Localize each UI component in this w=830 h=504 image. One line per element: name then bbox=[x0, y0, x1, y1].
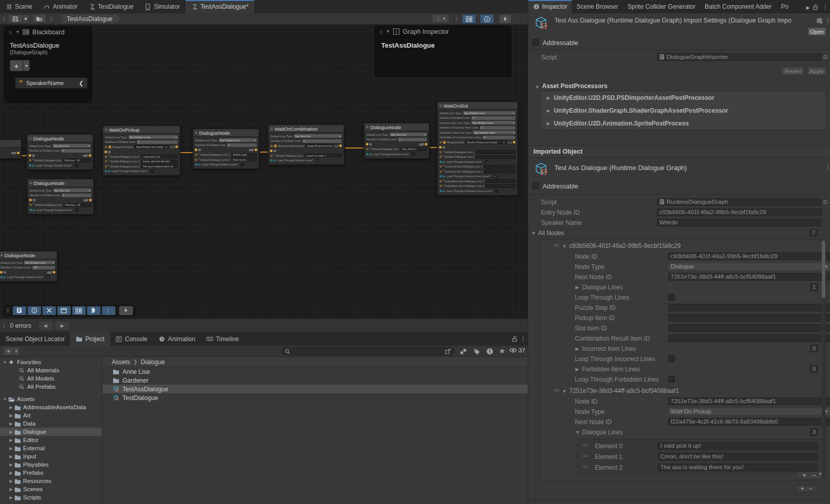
checkbox[interactable] bbox=[668, 376, 675, 383]
input-port[interactable]: in bbox=[29, 154, 35, 157]
graph-options-button[interactable]: ⋮ ▾ bbox=[432, 14, 449, 23]
graph-inspector-panel[interactable]: ≡ ▼ Graph Inspector TestAssDialogue bbox=[375, 26, 511, 77]
hidden-packages-icon[interactable] bbox=[486, 347, 494, 355]
script-field[interactable]: RuntimeDialogueGraph bbox=[657, 198, 822, 206]
output-port[interactable]: out bbox=[170, 145, 178, 149]
checkbox[interactable] bbox=[412, 153, 415, 156]
node-object-field[interactable]: Bonfire (Pickup Item Data)⊙ bbox=[466, 140, 506, 144]
node-text-field[interactable]: I said pick it up! bbox=[141, 155, 178, 158]
scrollbar-thumb[interactable] bbox=[822, 241, 825, 298]
graph-node-dialoguenode[interactable]: ≡DialogueNode Default Line TypeSay Multi… bbox=[193, 129, 259, 169]
port-icon[interactable] bbox=[440, 180, 442, 182]
speaker-name-field[interactable]: Weirdo bbox=[657, 219, 822, 226]
graph-inspector-toggle-button[interactable] bbox=[480, 14, 494, 24]
node-text-field[interactable]: Nice, that's it bbox=[400, 148, 427, 151]
dropdown-field[interactable]: Wait On Pickup▾ bbox=[668, 408, 830, 415]
script-field[interactable]: DialogueGraphImporter bbox=[657, 53, 822, 61]
port-icon[interactable] bbox=[440, 185, 442, 187]
blackboard-toggle-button[interactable] bbox=[462, 14, 476, 24]
port-icon[interactable] bbox=[105, 146, 107, 148]
array-size-field[interactable]: 0 bbox=[810, 365, 818, 373]
array-size-field[interactable]: 3 bbox=[810, 428, 818, 436]
element-text-field[interactable]: Cmon, don't be like this! bbox=[658, 453, 818, 460]
favorite-search-icon[interactable]: ★ bbox=[498, 347, 506, 355]
foldout-arrow-icon[interactable]: ▼ bbox=[562, 389, 567, 394]
save-button[interactable] bbox=[8, 14, 23, 23]
element-text-field[interactable]: The ass is waiting there for you! bbox=[658, 464, 818, 471]
checkbox[interactable] bbox=[668, 294, 675, 301]
foldout-arrow-icon[interactable]: ▶ bbox=[547, 108, 550, 113]
graph-node-startnode[interactable]: ≡StartNode SpeakerNameout bbox=[0, 139, 22, 159]
input-port[interactable]: in bbox=[270, 149, 276, 153]
node-enum-field[interactable]: 2 bbox=[480, 126, 515, 130]
graph-edge[interactable] bbox=[345, 148, 364, 149]
array-size-field[interactable]: 1 bbox=[810, 283, 818, 291]
breadcrumb[interactable]: TestAssDialogue bbox=[61, 14, 120, 24]
port-icon[interactable] bbox=[440, 175, 442, 177]
save-dropdown-button[interactable]: ▾ bbox=[23, 14, 29, 23]
port-icon[interactable] bbox=[1, 276, 3, 278]
port-icon[interactable] bbox=[366, 153, 368, 155]
foldout-arrow-icon[interactable]: ▶ bbox=[8, 463, 14, 467]
kebab-menu-icon[interactable]: ⋮ bbox=[821, 3, 829, 11]
postprocessor-item[interactable]: ▶UnityEditor.U2D.PSD.PSDImporterAssetPos… bbox=[541, 91, 825, 104]
port-icon[interactable] bbox=[366, 148, 368, 150]
node-enum-field[interactable]: Say One Line▾ bbox=[390, 133, 427, 136]
node-text-field[interactable]: Post boy... W bbox=[63, 159, 91, 162]
input-port[interactable]: in bbox=[29, 198, 35, 202]
addressable-checkbox[interactable] bbox=[532, 182, 539, 189]
checkbox[interactable]: ✓ bbox=[494, 175, 497, 178]
port-icon[interactable] bbox=[195, 154, 197, 156]
node-text-field[interactable]: Cmon, don't be like this! bbox=[141, 160, 178, 163]
checkbox[interactable] bbox=[668, 355, 675, 362]
drag-handle-icon[interactable]: == bbox=[554, 388, 559, 393]
graph-canvas[interactable]: ≡ ▼ Blackboard TestAssDialogue (Dialogue… bbox=[0, 25, 528, 319]
graph-node-dialoguenode[interactable]: ≡DialogueNode Default Line TypeSay One L… bbox=[364, 123, 429, 159]
toolbar-grip[interactable]: ‖ bbox=[3, 323, 6, 329]
window-tab-scene-object-locator[interactable]: Scene Object Locator bbox=[0, 332, 70, 346]
tree-item-scenes[interactable]: ▶Scenes bbox=[0, 485, 102, 493]
output-port[interactable]: out bbox=[84, 198, 92, 202]
output-port[interactable]: out bbox=[334, 144, 342, 148]
foldout-arrow-icon[interactable]: ▶ bbox=[8, 487, 14, 492]
node-text-field[interactable]: I need my meat :) bbox=[304, 154, 342, 157]
node-enum-field[interactable]: 2 bbox=[227, 143, 257, 147]
open-button[interactable]: Open bbox=[807, 27, 826, 36]
lock-icon[interactable] bbox=[510, 335, 518, 343]
foldout-arrow-icon[interactable]: ▶ bbox=[8, 430, 14, 434]
project-search[interactable] bbox=[281, 347, 455, 355]
checkbox[interactable]: ✓ bbox=[46, 276, 49, 279]
port-icon[interactable] bbox=[271, 145, 273, 147]
editor-tab-scene[interactable]: Scene bbox=[0, 0, 38, 13]
drag-handle-icon[interactable]: == bbox=[583, 453, 588, 459]
node-enum-field[interactable]: 1 bbox=[61, 194, 91, 197]
node-enum-field[interactable]: Say Multiple Lines▾ bbox=[473, 131, 515, 134]
port-icon[interactable] bbox=[440, 141, 442, 143]
foldout-arrow-icon[interactable]: ▶ bbox=[8, 413, 14, 418]
file-item-testdialogue[interactable]: {}TestDialogue bbox=[102, 393, 528, 402]
window-tab-console[interactable]: Console bbox=[110, 332, 153, 346]
graph-edge[interactable] bbox=[430, 147, 438, 148]
kebab-menu-icon[interactable]: ⋮ bbox=[824, 16, 830, 25]
prev-error-button[interactable]: ◀ bbox=[38, 322, 52, 330]
blackboard-button[interactable] bbox=[72, 306, 86, 315]
show-in-project-button[interactable] bbox=[32, 14, 46, 23]
tree-item-all-models[interactable]: All Models bbox=[0, 374, 102, 383]
node-enum-field[interactable]: Say One Line▾ bbox=[53, 188, 91, 192]
filter-by-type-icon[interactable] bbox=[459, 347, 467, 355]
foldout-arrow-icon[interactable]: ▶ bbox=[547, 95, 550, 100]
node-enum-field[interactable]: 1 bbox=[302, 139, 342, 143]
input-port[interactable]: in bbox=[105, 150, 111, 154]
tree-item-addressableassetsdata[interactable]: ▶AddressableAssetsData bbox=[0, 403, 102, 411]
port-icon[interactable] bbox=[105, 165, 107, 167]
window-tab-timeline[interactable]: Timeline bbox=[201, 332, 244, 346]
foldout-arrow-icon[interactable]: ▼ bbox=[531, 230, 536, 236]
node-title[interactable]: ≡DialogueNode bbox=[28, 179, 93, 187]
node-object-field[interactable]: Meat (Pickup Item Data)⊙ bbox=[306, 144, 333, 148]
tree-item-assets[interactable]: ▼Assets bbox=[0, 395, 102, 403]
port-icon[interactable] bbox=[440, 161, 442, 163]
node-text-field[interactable]: Post boy... W bbox=[64, 203, 91, 207]
node-enum-field[interactable]: Say Multiple Lines▾ bbox=[219, 138, 257, 142]
node-title[interactable]: ≡WaitOnSlot bbox=[438, 102, 517, 110]
port-icon[interactable] bbox=[271, 159, 273, 161]
